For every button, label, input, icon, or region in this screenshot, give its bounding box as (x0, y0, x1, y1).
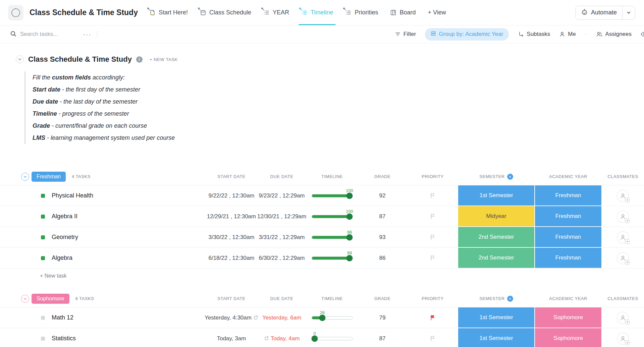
add-task-button[interactable]: + New task (0, 269, 644, 283)
academic-year-chip[interactable]: Freshman (535, 227, 601, 247)
sort-ascending-icon[interactable]: ▲ (507, 174, 513, 180)
priority-cell[interactable] (408, 336, 458, 341)
column-header-classmates[interactable]: CLASSMATES (602, 296, 644, 301)
tab-priorities[interactable]: Priorities (345, 0, 378, 25)
space-avatar[interactable] (8, 5, 23, 20)
more-options-button[interactable]: ··· (83, 31, 92, 38)
column-header-due-date[interactable]: DUE DATE (257, 174, 307, 179)
column-header-due-date[interactable]: DUE DATE (257, 296, 307, 301)
subtasks-button[interactable]: Subtasks (518, 31, 550, 38)
column-header-start-date[interactable]: START DATE (206, 296, 257, 301)
status-icon[interactable] (41, 316, 45, 320)
progress-knob[interactable] (319, 314, 325, 321)
tab-timeline[interactable]: Timeline (301, 0, 333, 25)
add-classmate-button[interactable]: + (617, 333, 629, 345)
flag-icon[interactable] (430, 214, 436, 219)
info-icon[interactable]: i (136, 56, 143, 63)
academic-year-chip[interactable]: Freshman (535, 185, 601, 206)
filter-button[interactable]: Filter (395, 31, 416, 38)
progress-knob[interactable] (312, 335, 318, 342)
due-date[interactable]: 12/30/21 , 12:29am (257, 213, 307, 220)
automate-dropdown-button[interactable] (623, 6, 635, 19)
priority-cell[interactable] (408, 193, 458, 198)
group-badge[interactable]: Sophomore (32, 294, 69, 304)
grade-cell[interactable]: 92 (357, 192, 408, 199)
table-row[interactable]: Physical Health 9/22/22 , 12:30am 9/23/2… (0, 185, 644, 206)
column-header-timeline[interactable]: TIMELINE (307, 174, 357, 179)
table-row[interactable]: Math 12 Yesterday, 4:30am Yesterday, 6am… (0, 307, 644, 328)
due-date[interactable]: Yesterday, 6am (257, 314, 307, 321)
flag-icon[interactable] (430, 315, 436, 321)
task-name[interactable]: Physical Health (52, 192, 93, 199)
task-name[interactable]: Math 12 (52, 314, 73, 321)
progress-knob[interactable] (346, 255, 353, 261)
semester-chip[interactable]: Midyear (458, 206, 534, 226)
column-header-priority[interactable]: PRIORITY (408, 296, 458, 301)
column-header-semester[interactable]: SEMESTER ▲ (458, 168, 535, 185)
flag-icon[interactable] (430, 234, 436, 240)
priority-cell[interactable] (408, 234, 458, 240)
automate-button[interactable]: Automate (576, 6, 622, 19)
semester-chip[interactable]: 1st Semester (458, 307, 534, 328)
column-header-timeline[interactable]: TIMELINE (307, 296, 357, 301)
due-date[interactable]: 9/23/22 , 12:29am (257, 192, 307, 199)
start-date[interactable]: Today, 3am (206, 335, 257, 342)
assignees-button[interactable]: Assignees (596, 31, 632, 38)
tab-year[interactable]: YEAR (263, 0, 289, 25)
add-classmate-button[interactable]: + (617, 252, 629, 264)
flag-icon[interactable] (430, 193, 436, 198)
table-row[interactable]: Algebra II 12/29/21 , 12:30am 12/30/21 ,… (0, 206, 644, 227)
due-date[interactable]: 6/30/22 , 12:29am (257, 255, 307, 262)
table-row[interactable]: Algebra 6/18/22 , 12:30am 6/30/22 , 12:2… (0, 248, 644, 269)
priority-cell[interactable] (408, 255, 458, 261)
timeline-cell[interactable]: 96 (307, 235, 357, 239)
add-classmate-button[interactable]: + (617, 211, 629, 223)
task-name[interactable]: Geometry (52, 234, 78, 241)
priority-cell[interactable] (408, 214, 458, 219)
table-row[interactable]: Geometry 3/30/22 , 12:30am 3/31/22 , 12:… (0, 227, 644, 248)
timeline-cell[interactable]: 0 (307, 337, 357, 341)
task-name[interactable]: Algebra (52, 254, 72, 262)
priority-cell[interactable] (408, 315, 458, 321)
academic-year-chip[interactable]: Sophomore (535, 307, 601, 328)
academic-year-chip[interactable]: Freshman (535, 248, 601, 268)
status-icon[interactable] (41, 235, 45, 239)
academic-year-chip[interactable]: Sophomore (535, 328, 601, 347)
timeline-cell[interactable]: 26 (307, 316, 357, 320)
column-header-priority[interactable]: PRIORITY (408, 174, 458, 179)
tab-class-schedule[interactable]: Class Schedule (200, 0, 251, 25)
add-classmate-button[interactable]: + (617, 231, 629, 243)
academic-year-chip[interactable]: Freshman (535, 206, 601, 226)
new-task-button[interactable]: + NEW TASK (150, 57, 178, 62)
grade-cell[interactable]: 87 (357, 335, 408, 342)
status-icon[interactable] (41, 256, 45, 260)
timeline-cell[interactable]: 99 (307, 256, 357, 260)
column-header-grade[interactable]: GRADE (357, 296, 408, 301)
column-header-grade[interactable]: GRADE (357, 174, 408, 179)
progress-knob[interactable] (346, 213, 353, 220)
start-date[interactable]: Yesterday, 4:30am (206, 314, 257, 321)
tab-start-here[interactable]: Start Here! (149, 0, 188, 25)
due-date[interactable]: 3/31/22 , 12:29am (257, 234, 307, 241)
grade-cell[interactable]: 87 (357, 213, 408, 220)
semester-chip[interactable]: 1st Semester (458, 328, 534, 347)
grade-cell[interactable]: 86 (357, 255, 408, 262)
column-header-classmates[interactable]: CLASSMATES (602, 174, 644, 179)
status-icon[interactable] (41, 194, 45, 198)
collapse-group-button[interactable] (21, 173, 29, 181)
flag-icon[interactable] (430, 336, 436, 341)
group-badge[interactable]: Freshman (32, 172, 66, 182)
progress-knob[interactable] (346, 234, 353, 240)
progress-knob[interactable] (346, 192, 353, 199)
status-icon[interactable] (41, 215, 45, 219)
timeline-cell[interactable]: 100 (307, 215, 357, 219)
start-date[interactable]: 6/18/22 , 12:30am (206, 255, 257, 262)
me-button[interactable]: Me (559, 31, 576, 38)
column-header-academic-year[interactable]: ACADEMIC YEAR (535, 168, 602, 185)
status-icon[interactable] (41, 337, 45, 341)
due-date[interactable]: Today, 4am (257, 335, 307, 342)
column-header-start-date[interactable]: START DATE (206, 174, 257, 179)
eye-icon[interactable] (641, 31, 644, 38)
group-by-button[interactable]: Group by: Academic Year (425, 28, 509, 41)
collapse-list-button[interactable] (16, 55, 24, 63)
